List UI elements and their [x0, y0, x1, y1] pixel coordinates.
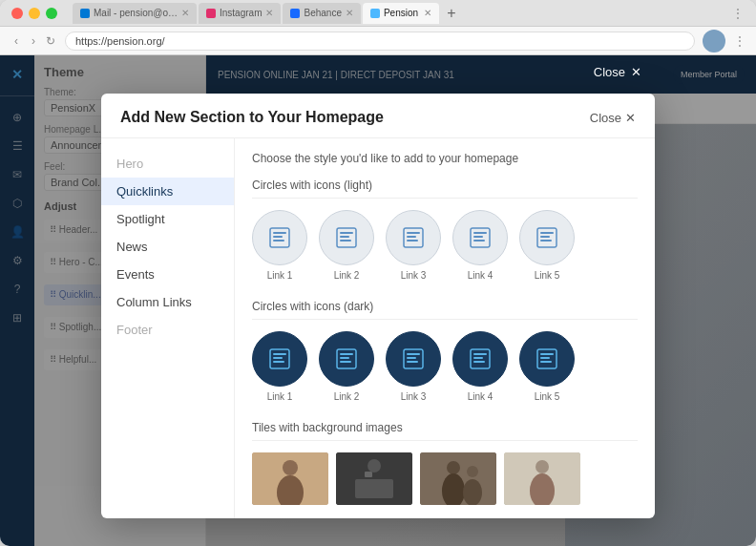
tile-item-4[interactable]: [504, 452, 580, 505]
circle-dark-icon-5: [519, 331, 575, 387]
circle-dark-icon-4: [452, 331, 508, 387]
circle-dark-item-1[interactable]: Link 1: [252, 331, 307, 402]
svg-rect-11: [407, 240, 418, 242]
browser-content: ✕ ⊕ ☰ ✉ ⬡ 👤 ⚙ ? ⊞ Theme Theme: PensionX: [0, 55, 756, 546]
link-dark-icon-3: [400, 346, 427, 372]
modal-subtitle: Choose the style you'd like to add to yo…: [252, 152, 638, 165]
svg-rect-21: [273, 353, 286, 355]
circle-light-item-5[interactable]: Link 5: [519, 210, 575, 281]
tile-item-2[interactable]: [336, 452, 412, 505]
tabs-bar: Mail - pension@outlook.com ✕ Instagram ✕…: [73, 3, 724, 24]
modal-header: Add New Section to Your Homepage Close ✕: [101, 94, 655, 138]
circle-dark-item-3[interactable]: Link 3: [386, 331, 441, 402]
svg-point-46: [368, 459, 381, 472]
modal-header-close-button[interactable]: Close ✕: [590, 111, 636, 125]
modal-close-top-button[interactable]: Close ✕: [594, 65, 641, 79]
svg-rect-31: [407, 361, 418, 363]
circle-light-item-1[interactable]: Link 1: [252, 210, 307, 281]
nav-item-events[interactable]: Events: [101, 261, 234, 288]
tab-close-pension[interactable]: ✕: [424, 8, 431, 18]
svg-rect-18: [540, 236, 550, 238]
tab-pension[interactable]: Pension ✕: [363, 3, 439, 24]
svg-rect-29: [407, 353, 420, 355]
new-tab-button[interactable]: +: [445, 7, 458, 20]
svg-rect-39: [540, 361, 552, 363]
tile-person-svg-4: [504, 452, 580, 505]
link-icon-2: [333, 224, 360, 251]
circle-light-icon-5: [519, 210, 575, 265]
close-top-label: Close: [594, 65, 625, 79]
tab-close-behance[interactable]: ✕: [346, 8, 353, 18]
circle-light-icon-1: [252, 210, 307, 265]
tab-favicon-behance: [290, 9, 300, 18]
svg-rect-7: [340, 240, 351, 242]
svg-point-50: [467, 466, 478, 477]
tab-instagram[interactable]: Instagram ✕: [199, 3, 281, 24]
section-heading-circles-dark: Circles with icons (dark): [252, 300, 638, 320]
nav-buttons: ‹ › ↻: [10, 34, 57, 48]
tab-mail[interactable]: Mail - pension@outlook.com ✕: [73, 3, 197, 24]
circle-light-item-4[interactable]: Link 4: [452, 210, 508, 281]
svg-rect-10: [407, 236, 416, 238]
user-avatar[interactable]: [703, 30, 725, 52]
forward-button[interactable]: ›: [27, 34, 40, 48]
circle-light-label-5: Link 5: [535, 270, 560, 281]
tab-close-mail[interactable]: ✕: [181, 8, 189, 18]
modal-close-bar: Close ✕: [0, 55, 756, 94]
minimize-window-button[interactable]: [29, 8, 40, 19]
tile-image-1: [252, 452, 328, 505]
tile-item-1[interactable]: [252, 452, 328, 505]
maximize-window-button[interactable]: [46, 8, 57, 19]
nav-item-column-links[interactable]: Column Links: [101, 288, 234, 316]
svg-point-53: [536, 460, 549, 473]
nav-item-quicklinks-label: Quicklinks: [116, 184, 173, 199]
circle-light-item-2[interactable]: Link 2: [319, 210, 374, 281]
nav-item-footer[interactable]: Footer: [101, 316, 234, 344]
modal-container: Add New Section to Your Homepage Close ✕…: [101, 94, 655, 518]
url-bar[interactable]: https://pension.org/: [65, 32, 695, 51]
tab-favicon-mail: [80, 9, 90, 18]
browser-options-icon[interactable]: ⋮: [733, 34, 746, 48]
tile-item-3[interactable]: [420, 452, 496, 505]
circle-light-icon-4: [452, 210, 508, 265]
tab-title-behance: Behance: [304, 8, 341, 18]
nav-item-quicklinks[interactable]: Quicklinks: [101, 178, 234, 205]
circle-light-label-3: Link 3: [401, 270, 427, 281]
link-icon-4: [467, 224, 494, 251]
circle-dark-item-2[interactable]: Link 2: [319, 331, 374, 402]
close-window-button[interactable]: [11, 8, 23, 19]
nav-item-spotlight-label: Spotlight: [116, 212, 165, 226]
svg-point-48: [447, 461, 460, 474]
circle-dark-label-3: Link 3: [401, 391, 427, 402]
svg-rect-5: [340, 232, 353, 234]
circle-dark-item-4[interactable]: Link 4: [452, 331, 508, 402]
link-icon-3: [400, 224, 427, 251]
svg-rect-3: [273, 240, 284, 242]
nav-item-spotlight[interactable]: Spotlight: [101, 205, 234, 233]
refresh-button[interactable]: ↻: [44, 34, 57, 48]
tab-behance[interactable]: Behance ✕: [283, 3, 360, 24]
circle-dark-item-5[interactable]: Link 5: [519, 331, 575, 402]
circle-dark-label-1: Link 1: [267, 391, 293, 402]
link-dark-icon-2: [333, 346, 360, 372]
nav-item-hero[interactable]: Hero: [101, 150, 234, 178]
circle-light-icon-2: [319, 210, 374, 265]
circle-light-item-3[interactable]: Link 3: [386, 210, 441, 281]
svg-rect-27: [340, 361, 351, 363]
svg-rect-35: [473, 361, 485, 363]
circles-dark-row: Link 1: [252, 331, 638, 402]
circle-dark-label-4: Link 4: [468, 391, 494, 402]
svg-rect-38: [540, 357, 550, 359]
tile-person-svg-2: [336, 452, 412, 505]
tile-image-2: [336, 452, 412, 505]
back-button[interactable]: ‹: [10, 34, 23, 48]
svg-point-41: [283, 460, 298, 475]
browser-menu-icon[interactable]: ⋮: [731, 7, 745, 20]
svg-rect-34: [473, 357, 483, 359]
svg-rect-13: [473, 232, 487, 234]
nav-item-news[interactable]: News: [101, 233, 234, 261]
tab-close-instagram[interactable]: ✕: [265, 8, 273, 18]
circle-dark-icon-2: [319, 331, 374, 387]
tiles-row: [252, 452, 638, 505]
circle-light-label-2: Link 2: [334, 270, 360, 281]
